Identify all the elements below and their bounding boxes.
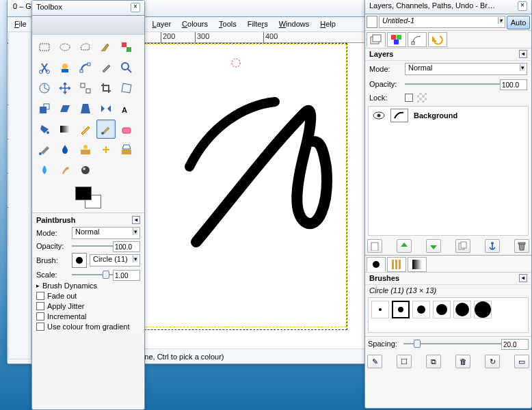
scale-slider[interactable] <box>72 270 140 279</box>
grad-checkbox[interactable] <box>36 323 44 331</box>
lower-layer-button[interactable] <box>426 239 441 253</box>
tool-shear[interactable] <box>55 99 75 118</box>
menu-help[interactable]: Help <box>316 18 340 30</box>
scale-input[interactable] <box>113 270 140 281</box>
anchor-layer-button[interactable] <box>485 239 500 253</box>
tool-align[interactable] <box>76 79 95 98</box>
brush-cell[interactable] <box>474 301 492 318</box>
tool-perspective[interactable] <box>76 99 95 118</box>
duplicate-layer-button[interactable] <box>455 239 470 253</box>
opacity-label: Opacity: <box>36 242 69 250</box>
auto-button[interactable]: Auto <box>507 16 530 29</box>
tool-color-picker[interactable] <box>96 58 116 77</box>
svg-rect-16 <box>122 83 131 93</box>
tool-flip[interactable] <box>96 99 116 118</box>
brush-cell[interactable] <box>453 301 471 318</box>
tab-channels[interactable] <box>387 32 406 47</box>
tool-options-menu-button[interactable]: ◂ <box>132 216 140 224</box>
toolbox-titlebar[interactable]: Toolbox × <box>32 1 144 16</box>
tool-free-select[interactable] <box>76 38 95 57</box>
layer-opacity-slider[interactable] <box>405 79 527 89</box>
tool-crop[interactable] <box>96 79 116 98</box>
brush-open-button[interactable]: ▭ <box>514 355 529 368</box>
tool-blur[interactable] <box>35 161 54 180</box>
tool-ellipse-select[interactable] <box>55 38 75 57</box>
brush-refresh-button[interactable]: ↻ <box>485 355 500 368</box>
image-select[interactable]: Untitled-1 <box>379 16 505 28</box>
tab-undo[interactable] <box>428 32 447 47</box>
opacity-slider[interactable] <box>72 241 140 251</box>
layers-menu-button[interactable]: ◂ <box>519 50 527 58</box>
tool-eraser[interactable] <box>117 120 136 139</box>
tool-perspective-clone[interactable] <box>117 140 136 159</box>
rightdock-titlebar[interactable]: Layers, Channels, Paths, Undo - Br… × <box>365 0 531 14</box>
layer-mode-select[interactable]: Normal <box>405 63 527 75</box>
brush-edit-button[interactable]: ✎ <box>367 355 382 368</box>
menu-filters[interactable]: Filters <box>243 18 272 30</box>
color-swatch[interactable] <box>32 182 144 213</box>
tool-zoom[interactable] <box>117 58 136 77</box>
new-layer-button[interactable] <box>367 239 382 253</box>
raise-layer-button[interactable] <box>397 239 412 253</box>
menu-windows[interactable]: Windows <box>275 18 314 30</box>
tool-pencil[interactable] <box>76 120 95 139</box>
tab-brushes[interactable] <box>367 257 386 272</box>
visibility-icon[interactable] <box>373 111 385 120</box>
menu-layer[interactable]: Layer <box>148 18 176 30</box>
tool-fuzzy-select[interactable] <box>96 38 116 57</box>
tool-paths[interactable] <box>76 58 95 77</box>
brush-new-button[interactable]: ☐ <box>397 355 412 368</box>
brush-duplicate-button[interactable]: ⧉ <box>426 355 441 368</box>
tool-blend[interactable] <box>55 120 75 139</box>
tab-patterns[interactable] <box>387 257 406 272</box>
fade-checkbox[interactable] <box>36 292 44 300</box>
tool-clone[interactable] <box>76 140 95 159</box>
tool-measure[interactable] <box>35 79 54 98</box>
brush-cell[interactable] <box>412 301 430 318</box>
brush-select[interactable]: Circle (11) <box>90 254 140 266</box>
menu-file[interactable]: File <box>10 18 31 30</box>
tool-by-color-select[interactable] <box>117 38 136 57</box>
tool-smudge[interactable] <box>55 161 75 180</box>
lock-pixels-checkbox[interactable] <box>405 94 413 102</box>
brush-preview[interactable] <box>72 253 87 268</box>
spacing-input[interactable] <box>501 339 529 350</box>
menu-tools[interactable]: Tools <box>215 18 241 30</box>
tab-layers[interactable] <box>367 32 386 47</box>
mode-select[interactable]: Normal <box>72 227 140 239</box>
delete-layer-button[interactable] <box>514 239 529 253</box>
tool-paintbrush[interactable] <box>96 120 116 139</box>
lock-alpha-icon[interactable] <box>417 93 427 102</box>
svg-rect-27 <box>122 150 131 154</box>
tool-scissors[interactable] <box>35 58 54 77</box>
tool-heal[interactable] <box>96 140 116 159</box>
tool-text[interactable]: A <box>117 99 136 118</box>
incremental-checkbox[interactable] <box>36 312 44 320</box>
tool-rect-select[interactable] <box>35 38 54 57</box>
brush-cell[interactable] <box>392 301 410 318</box>
toolbox-close-button[interactable]: × <box>131 3 140 12</box>
tool-rotate[interactable] <box>117 79 136 98</box>
tool-ink[interactable] <box>55 140 75 159</box>
tool-move[interactable] <box>55 79 75 98</box>
layer-item[interactable]: Background <box>369 107 528 124</box>
tab-gradients[interactable] <box>408 257 427 272</box>
jitter-checkbox[interactable] <box>36 302 44 310</box>
spacing-slider[interactable] <box>403 339 529 348</box>
menu-colours[interactable]: Colours <box>178 18 212 30</box>
opacity-input[interactable] <box>113 241 140 252</box>
tool-dodge-burn[interactable] <box>76 161 95 180</box>
tool-scale[interactable] <box>35 99 54 118</box>
tab-paths[interactable] <box>408 32 427 47</box>
tool-bucket-fill[interactable] <box>35 120 54 139</box>
tool-airbrush[interactable] <box>35 140 54 159</box>
brush-cell[interactable] <box>433 301 451 318</box>
brush-cell[interactable] <box>371 301 389 318</box>
rightdock-close-button[interactable]: × <box>518 1 527 11</box>
brush-delete-button[interactable]: 🗑 <box>455 355 470 368</box>
brushes-menu-button[interactable]: ◂ <box>519 274 527 282</box>
layer-opacity-input[interactable] <box>500 79 527 90</box>
tool-foreground-select[interactable] <box>55 58 75 77</box>
fg-color[interactable] <box>75 187 92 200</box>
brush-dynamics-expander[interactable]: Brush Dynamics <box>36 282 140 290</box>
